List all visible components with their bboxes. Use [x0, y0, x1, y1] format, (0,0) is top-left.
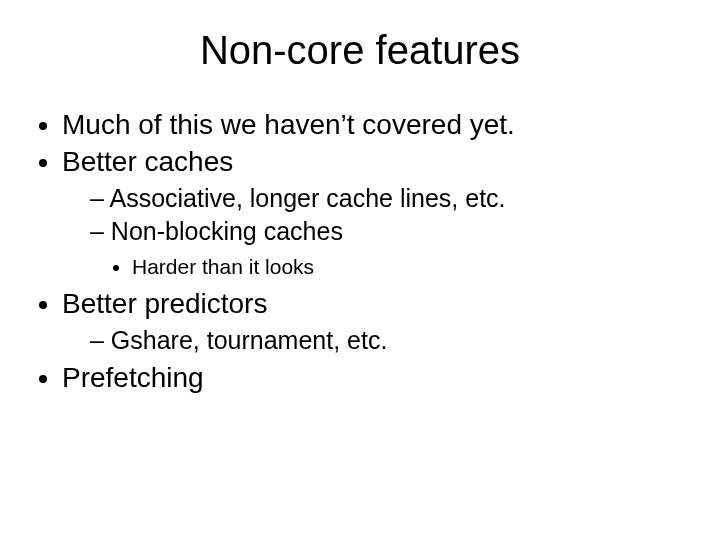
slide: Non-core features Much of this we haven’… — [0, 0, 720, 540]
sub-bullet-text: Associative, longer cache lines, etc. — [109, 184, 505, 212]
bullet-text: Better caches — [62, 146, 233, 177]
slide-title: Non-core features — [28, 28, 692, 73]
sub-bullet-list: Gshare, tournament, etc. — [62, 325, 692, 356]
sub-bullet-list: Associative, longer cache lines, etc. No… — [62, 183, 692, 280]
bullet-list: Much of this we haven’t covered yet. Bet… — [28, 107, 692, 395]
bullet-item: Prefetching — [62, 360, 692, 395]
bullet-item: Much of this we haven’t covered yet. — [62, 107, 692, 142]
bullet-item: Better predictors Gshare, tournament, et… — [62, 286, 692, 356]
bullet-text: Better predictors — [62, 288, 267, 319]
sub-bullet-item: Associative, longer cache lines, etc. — [90, 183, 692, 214]
sub-bullet-text: Gshare, tournament, etc. — [111, 326, 388, 354]
sub-bullet-item: Gshare, tournament, etc. — [90, 325, 692, 356]
sub-sub-bullet-text: Harder than it looks — [132, 255, 314, 278]
sub-bullet-item: Non-blocking caches Harder than it looks — [90, 216, 692, 280]
sub-bullet-text: Non-blocking caches — [111, 217, 343, 245]
sub-sub-bullet-item: Harder than it looks — [132, 254, 692, 280]
sub-sub-bullet-list: Harder than it looks — [90, 254, 692, 280]
bullet-text: Prefetching — [62, 362, 204, 393]
bullet-text: Much of this we haven’t covered yet. — [62, 109, 515, 140]
bullet-item: Better caches Associative, longer cache … — [62, 144, 692, 280]
